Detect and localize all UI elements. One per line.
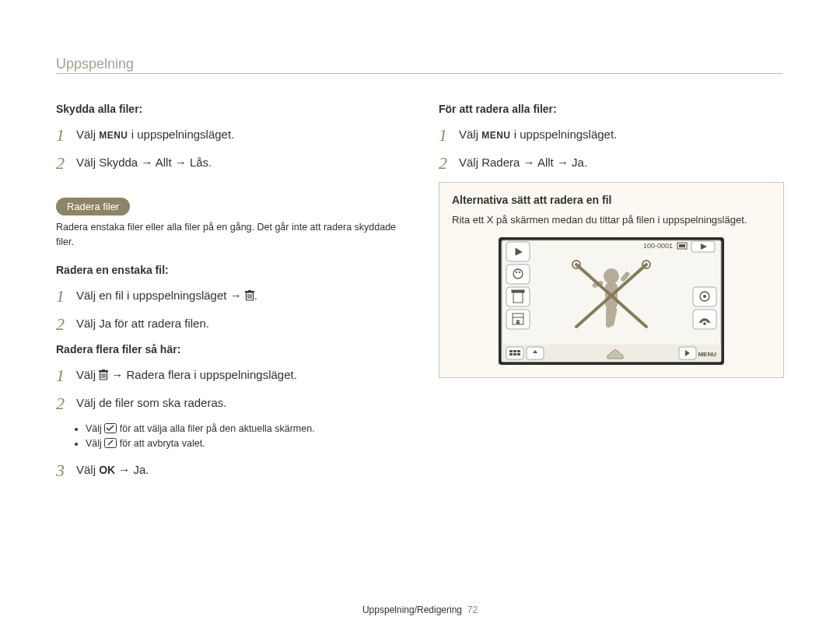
svg-rect-20 — [506, 264, 530, 284]
svg-text:E: E — [516, 320, 520, 324]
step-text: Välj de ﬁler som ska raderas. — [76, 394, 226, 411]
svg-rect-51 — [517, 350, 520, 352]
multi-step-3: 3 Välj OK → Ja. — [56, 461, 401, 480]
svg-rect-53 — [513, 353, 516, 356]
step-text: Välj MENU i uppspelningsläget. — [76, 126, 234, 142]
page-body: Skydda alla ﬁler: 1 Välj MENU i uppspeln… — [0, 0, 840, 505]
svg-rect-54 — [517, 353, 520, 356]
tip-title: Alternativa sätt att radera en ﬁl — [452, 194, 771, 206]
single-step-1: 1 Välj en ﬁl i uppspelningsläget → . — [56, 287, 401, 306]
step-text: Välj MENU i uppspelningsläget. — [459, 126, 617, 142]
svg-rect-8 — [102, 370, 105, 371]
tip-box: Alternativa sätt att radera en ﬁl Rita e… — [439, 182, 784, 378]
left-column: Skydda alla ﬁler: 1 Välj MENU i uppspeln… — [56, 54, 401, 489]
delete-all-step-1: 1 Välj MENU i uppspelningsläget. — [439, 126, 784, 145]
protect-step-2: 2 Välj Skydda → Allt → Lås. — [56, 154, 401, 173]
svg-point-35 — [604, 268, 619, 284]
right-column: För att radera alla ﬁler: 1 Välj MENU i … — [439, 54, 784, 489]
cancel-select-icon — [104, 438, 117, 450]
delete-all-title: För att radera alla ﬁler: — [439, 103, 784, 115]
bullet-select-all: Välj för att välja alla ﬁler på den aktu… — [86, 423, 401, 436]
file-counter-label: 100-0001 — [643, 242, 673, 250]
multi-title: Radera ﬂera ﬁler så här: — [56, 343, 401, 356]
ok-glyph: OK — [99, 464, 115, 476]
menu-glyph: MENU — [481, 130, 510, 141]
play-icon — [691, 241, 715, 252]
step-number: 1 — [56, 126, 76, 145]
step-number: 1 — [56, 287, 76, 306]
delete-all-step-2: 2 Välj Radera → Allt → Ja. — [439, 154, 784, 173]
protect-step-1: 1 Välj MENU i uppspelningsläget. — [56, 126, 401, 145]
svg-rect-52 — [509, 353, 513, 356]
svg-rect-2 — [248, 290, 251, 292]
page-footer: Uppspelning/Redigering 72 — [0, 604, 840, 615]
trash-icon — [245, 289, 254, 305]
single-step-2: 2 Välj Ja för att radera ﬁlen. — [56, 315, 401, 334]
svg-rect-17 — [679, 244, 685, 247]
step-text: Välj → Radera ﬂera i uppspelningsläget. — [76, 366, 297, 384]
tip-text: Rita ett X på skärmen medan du tittar på… — [452, 212, 771, 228]
svg-point-24 — [519, 271, 520, 273]
step-number: 1 — [56, 366, 76, 385]
step-number: 3 — [56, 461, 76, 480]
step-text: Välj OK → Ja. — [76, 461, 149, 478]
section-badge: Radera ﬁler — [56, 198, 130, 215]
step-text: Välj Radera → Allt → Ja. — [459, 154, 587, 170]
divider — [56, 73, 782, 74]
screen-illustration: 100-0001 — [452, 237, 771, 365]
svg-point-23 — [516, 271, 517, 273]
svg-rect-26 — [512, 290, 524, 292]
trash-icon — [99, 368, 108, 384]
svg-rect-50 — [513, 350, 516, 352]
breadcrumb: Uppspelning — [56, 56, 134, 72]
step-text: Välj Skydda → Allt → Lås. — [76, 154, 212, 170]
multi-step-1: 1 Välj → Radera ﬂera i uppspelningsläget… — [56, 366, 401, 385]
step-number: 1 — [439, 126, 459, 145]
svg-point-34 — [704, 323, 705, 324]
step-number: 2 — [56, 315, 76, 334]
section-desc: Radera enstaka ﬁler eller alla ﬁler på e… — [56, 220, 401, 250]
svg-point-33 — [703, 295, 706, 298]
step-text: Välj Ja för att radera ﬁlen. — [76, 315, 209, 331]
step-number: 2 — [56, 394, 76, 413]
protect-all-title: Skydda alla ﬁler: — [56, 103, 401, 115]
multi-step-2: 2 Välj de ﬁler som ska raderas. — [56, 394, 401, 413]
menu-glyph: MENU — [99, 130, 128, 141]
select-all-icon — [104, 423, 117, 436]
step-number: 2 — [439, 154, 459, 173]
sub-bullets: Välj för att välja alla ﬁler på den aktu… — [79, 423, 401, 450]
menu-label: MENU — [698, 351, 716, 358]
bullet-cancel: Välj för att avbryta valet. — [86, 438, 401, 450]
svg-rect-49 — [509, 350, 513, 352]
single-title: Radera en enstaka ﬁl: — [56, 264, 401, 276]
step-number: 2 — [56, 154, 76, 173]
step-text: Välj en ﬁl i uppspelningsläget → . — [76, 287, 257, 305]
